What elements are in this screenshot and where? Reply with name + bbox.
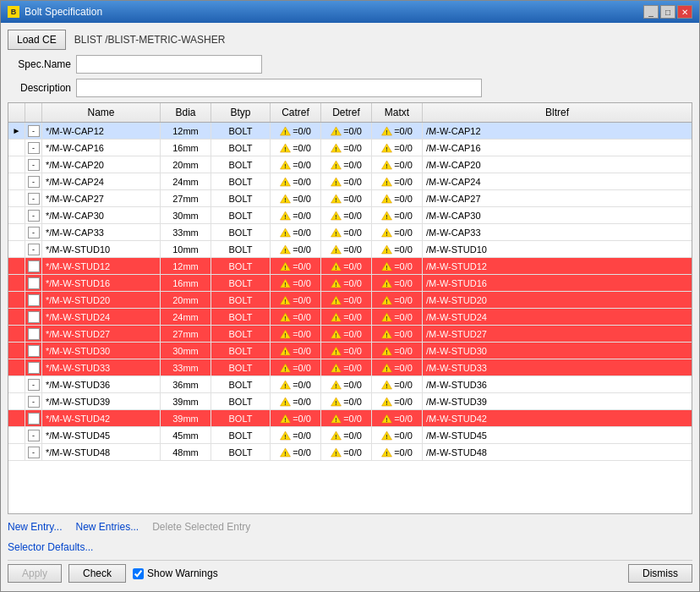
table-row[interactable]: - */M-W-STUD12 12mm BOLT ! =0/0 ! =0/0 xyxy=(8,258,692,275)
minimize-button[interactable]: _ xyxy=(643,5,659,19)
close-button[interactable]: ✕ xyxy=(677,5,692,19)
expand-cell[interactable]: - xyxy=(25,224,42,240)
new-entry-link[interactable]: New Entry... xyxy=(8,521,62,533)
table-row[interactable]: - */M-W-CAP24 24mm BOLT ! =0/0 ! =0/0 xyxy=(8,173,692,190)
bltref-cell: /M-W-STUD27 xyxy=(423,326,692,342)
toolbar: Load CE BLIST /BLIST-METRIC-WASHER xyxy=(8,30,692,50)
name-cell: */M-W-STUD39 xyxy=(42,393,161,409)
table-row[interactable]: - */M-W-CAP27 27mm BOLT ! =0/0 ! =0/0 xyxy=(8,190,692,207)
expand-icon[interactable]: - xyxy=(28,311,40,323)
svg-text:!: ! xyxy=(335,197,336,203)
dismiss-button[interactable]: Dismiss xyxy=(628,564,692,583)
col-catref[interactable]: Catref xyxy=(271,103,321,122)
table-row[interactable]: - */M-W-STUD33 33mm BOLT ! =0/0 ! =0/0 xyxy=(8,359,692,376)
table-row[interactable]: - */M-W-STUD45 45mm BOLT ! =0/0 ! =0/0 xyxy=(8,427,692,444)
col-btyp[interactable]: Btyp xyxy=(211,103,271,122)
table-row[interactable]: - */M-W-STUD48 48mm BOLT ! =0/0 ! =0/0 xyxy=(8,444,692,461)
expand-icon[interactable]: - xyxy=(28,345,40,357)
expand-icon[interactable]: - xyxy=(28,159,40,171)
table-row[interactable]: - */M-W-STUD20 20mm BOLT ! =0/0 ! =0/0 xyxy=(8,292,692,309)
delete-entry-link[interactable]: Delete Selected Entry xyxy=(152,521,250,533)
expand-cell[interactable]: - xyxy=(25,140,42,156)
col-detref[interactable]: Detref xyxy=(321,103,372,122)
table-row[interactable]: - */M-W-STUD24 24mm BOLT ! =0/0 ! =0/0 xyxy=(8,309,692,326)
expand-cell[interactable]: - xyxy=(25,241,42,257)
expand-cell[interactable]: - xyxy=(25,292,42,308)
spec-name-input[interactable] xyxy=(76,55,262,74)
expand-cell[interactable]: - xyxy=(25,326,42,342)
expand-icon[interactable]: - xyxy=(28,294,40,306)
apply-button[interactable]: Apply xyxy=(8,564,62,583)
expand-icon[interactable]: - xyxy=(28,227,40,238)
expand-cell[interactable]: - xyxy=(25,123,42,139)
expand-icon[interactable]: - xyxy=(28,362,40,374)
table-row[interactable]: - */M-W-CAP30 30mm BOLT ! =0/0 ! =0/0 xyxy=(8,207,692,224)
table-row[interactable]: - */M-W-CAP16 16mm BOLT ! =0/0 ! =0/0 xyxy=(8,140,692,156)
show-warnings-label[interactable]: Show Warnings xyxy=(133,567,218,579)
expand-cell[interactable]: - xyxy=(25,207,42,223)
expand-icon[interactable]: - xyxy=(28,193,40,205)
window-title: Bolt Specification xyxy=(25,6,102,18)
check-button[interactable]: Check xyxy=(68,564,126,583)
new-entries-link[interactable]: New Entries... xyxy=(75,521,139,533)
table-row[interactable]: - */M-W-STUD27 27mm BOLT ! =0/0 ! =0/0 xyxy=(8,326,692,343)
expand-cell[interactable]: - xyxy=(25,343,42,359)
expand-icon[interactable]: - xyxy=(28,328,40,340)
table-row[interactable]: - */M-W-STUD10 10mm BOLT ! =0/0 ! =0/0 xyxy=(8,241,692,258)
name-cell: */M-W-STUD16 xyxy=(42,275,161,291)
expand-cell[interactable]: - xyxy=(25,275,42,291)
show-warnings-checkbox[interactable] xyxy=(133,568,144,579)
col-matxt[interactable]: Matxt xyxy=(372,103,423,122)
expand-icon[interactable]: - xyxy=(28,396,40,408)
expand-icon[interactable]: - xyxy=(28,142,40,154)
table-row[interactable]: - */M-W-CAP33 33mm BOLT ! =0/0 ! =0/0 xyxy=(8,224,692,241)
expand-icon[interactable]: - xyxy=(28,210,40,222)
expand-icon[interactable]: - xyxy=(28,244,40,255)
col-bdia[interactable]: Bdia xyxy=(161,103,211,122)
table-row[interactable]: - */M-W-STUD42 39mm BOLT ! =0/0 ! =0/0 xyxy=(8,410,692,427)
expand-cell[interactable]: - xyxy=(25,427,42,443)
expand-icon[interactable]: - xyxy=(28,125,40,137)
table-row[interactable]: - */M-W-CAP20 20mm BOLT ! =0/0 ! =0/0 xyxy=(8,156,692,173)
warn-cell: ! =0/0 xyxy=(381,430,413,441)
col-name[interactable]: Name xyxy=(42,103,161,122)
bltref-cell: /M-W-STUD48 xyxy=(423,444,692,460)
expand-cell[interactable]: - xyxy=(25,258,42,274)
btyp-cell: BOLT xyxy=(211,156,271,173)
table-row[interactable]: ► - */M-W-CAP12 12mm BOLT ! =0/0 ! =0/0 xyxy=(8,123,692,140)
table-row[interactable]: - */M-W-STUD39 39mm BOLT ! =0/0 ! =0/0 xyxy=(8,393,692,410)
matxt-cell: ! =0/0 xyxy=(372,190,423,206)
selector-defaults-link[interactable]: Selector Defaults... xyxy=(8,541,93,553)
expand-icon[interactable]: - xyxy=(28,277,40,289)
svg-text:!: ! xyxy=(284,315,286,321)
btyp-cell: BOLT xyxy=(211,427,271,443)
expand-icon[interactable]: - xyxy=(28,176,40,188)
expand-cell[interactable]: - xyxy=(25,410,42,426)
expand-cell[interactable]: - xyxy=(25,393,42,409)
expand-cell[interactable]: - xyxy=(25,309,42,325)
warn-cell: ! =0/0 xyxy=(331,397,362,407)
load-ce-button[interactable]: Load CE xyxy=(8,30,66,50)
expand-cell[interactable]: - xyxy=(25,156,42,173)
table-row[interactable]: - */M-W-STUD16 16mm BOLT ! =0/0 ! =0/0 xyxy=(8,275,692,292)
expand-cell[interactable]: - xyxy=(25,359,42,375)
col-bltref[interactable]: Bltref xyxy=(423,103,692,122)
expand-cell[interactable]: - xyxy=(25,190,42,206)
btyp-cell: BOLT xyxy=(211,140,271,156)
expand-icon[interactable]: - xyxy=(28,413,40,425)
name-cell: */M-W-STUD30 xyxy=(42,343,161,359)
bltref-cell: /M-W-STUD12 xyxy=(423,258,692,274)
expand-icon[interactable]: - xyxy=(28,430,40,441)
table-row[interactable]: - */M-W-STUD36 36mm BOLT ! =0/0 ! =0/0 xyxy=(8,376,692,393)
expand-cell[interactable]: - xyxy=(25,376,42,392)
window-icon: B xyxy=(8,6,19,18)
expand-cell[interactable]: - xyxy=(25,444,42,460)
maximize-button[interactable]: □ xyxy=(660,5,675,19)
description-input[interactable] xyxy=(76,79,482,97)
expand-icon[interactable]: - xyxy=(28,447,40,458)
table-body[interactable]: ► - */M-W-CAP12 12mm BOLT ! =0/0 ! =0/0 xyxy=(8,123,692,513)
expand-icon[interactable]: - xyxy=(28,379,40,391)
expand-icon[interactable]: - xyxy=(28,260,40,272)
table-row[interactable]: - */M-W-STUD30 30mm BOLT ! =0/0 ! =0/0 xyxy=(8,343,692,359)
expand-cell[interactable]: - xyxy=(25,173,42,189)
